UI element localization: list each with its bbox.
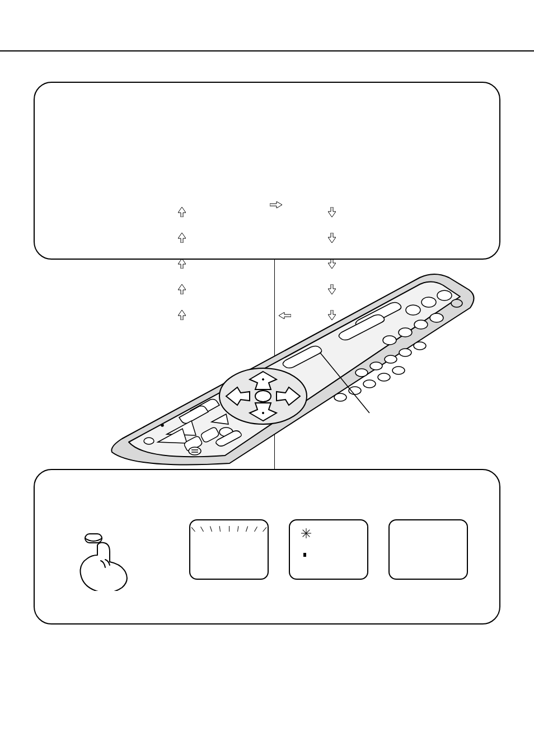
page-top-rule (0, 50, 534, 51)
osd-screen-3 (388, 519, 468, 580)
svg-point-6 (399, 328, 412, 337)
osd-screen-1 (189, 519, 269, 580)
indicator-dot-icon (303, 553, 306, 557)
arrow-down-icon (328, 207, 336, 219)
svg-point-14 (378, 373, 390, 381)
svg-point-20 (255, 391, 271, 402)
svg-point-10 (385, 355, 397, 363)
svg-point-16 (349, 387, 361, 395)
svg-point-1 (421, 297, 436, 307)
svg-point-17 (334, 393, 346, 401)
arrow-down-icon (328, 233, 336, 245)
svg-point-0 (437, 290, 452, 300)
svg-point-30 (189, 447, 201, 455)
menu-flow-panel (34, 82, 500, 260)
svg-point-29 (161, 424, 163, 426)
signal-ticks-icon (195, 526, 263, 532)
arrow-up-icon (178, 233, 186, 245)
svg-point-5 (414, 320, 428, 329)
svg-point-4 (430, 313, 443, 322)
svg-point-9 (399, 349, 411, 356)
svg-point-12 (355, 369, 368, 377)
arrow-right-icon (270, 200, 282, 210)
arrow-up-icon (178, 207, 186, 219)
svg-point-11 (370, 362, 382, 370)
button-press-icon (73, 532, 134, 591)
svg-point-2 (406, 305, 420, 315)
svg-point-8 (414, 342, 426, 350)
svg-point-28 (144, 438, 154, 444)
svg-point-13 (392, 367, 405, 374)
osd-screen-2 (289, 519, 368, 580)
svg-point-15 (363, 380, 376, 388)
svg-point-3 (451, 299, 462, 307)
svg-point-7 (383, 336, 396, 345)
remote-control-illustration (106, 267, 476, 473)
sparkle-icon (301, 528, 311, 538)
